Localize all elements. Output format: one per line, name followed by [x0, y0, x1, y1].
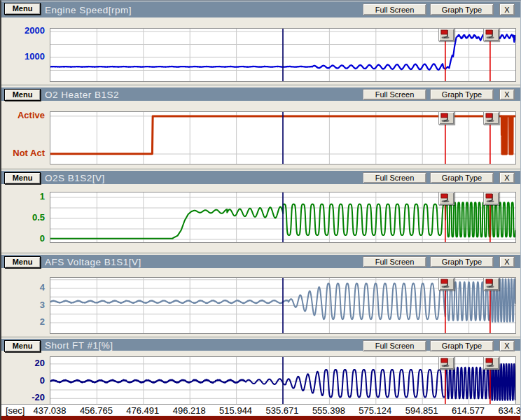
- panel-title: Engine Speed[rpm]: [45, 4, 132, 15]
- flag-marker-icon[interactable]: [483, 277, 499, 290]
- panel-title: Short FT #1[%]: [45, 340, 113, 350]
- flag-glyph: [484, 112, 497, 122]
- panel-titlebar: Menu O2 Heater B1S2 Full Screen Graph Ty…: [1, 88, 520, 101]
- y-tick-label: Not Act: [1, 148, 45, 159]
- flag-glyph: [484, 192, 497, 203]
- full-screen-button[interactable]: Full Screen: [363, 4, 426, 15]
- menu-button[interactable]: Menu: [4, 3, 41, 15]
- flag-marker-icon[interactable]: [438, 28, 454, 41]
- close-button[interactable]: X: [499, 89, 515, 100]
- close-button[interactable]: X: [499, 340, 515, 351]
- y-tick-label: -20: [1, 392, 45, 403]
- menu-button[interactable]: Menu: [4, 172, 41, 184]
- graph-panel-afs-voltage: Menu AFS Voltage B1S1[V] Full Screen Gra…: [1, 253, 520, 337]
- y-tick-label: 0.5: [1, 212, 45, 223]
- graph-panel-o2-heater: Menu O2 Heater B1S2 Full Screen Graph Ty…: [1, 85, 520, 169]
- plot-area: [50, 356, 516, 405]
- plot-area: [50, 111, 516, 164]
- flag-marker-icon[interactable]: [438, 111, 454, 125]
- close-button[interactable]: X: [499, 4, 515, 15]
- flag-marker-icon[interactable]: [483, 111, 499, 125]
- y-tick-label: 2000: [1, 25, 45, 36]
- graph-panel-engine-speed: Menu Engine Speed[rpm] Full Screen Graph…: [1, 1, 520, 85]
- flag-marker-icon[interactable]: [438, 356, 454, 370]
- y-tick-label: 2: [1, 316, 45, 328]
- graph-type-button[interactable]: Graph Type: [430, 172, 494, 183]
- y-tick-label: 4: [1, 282, 45, 293]
- panel-titlebar: Menu O2S B1S2[V] Full Screen Graph Type …: [1, 171, 520, 184]
- y-tick-label: 1: [1, 191, 45, 202]
- full-screen-button[interactable]: Full Screen: [363, 256, 426, 267]
- time-tick-label: 634.304: [485, 405, 520, 416]
- graph-type-button[interactable]: Graph Type: [430, 340, 494, 351]
- y-tick-label: 1000: [1, 51, 45, 62]
- window-bottom-bar: [1, 416, 520, 420]
- menu-button[interactable]: Menu: [4, 89, 41, 101]
- graph-panel-o2s: Menu O2S B1S2[V] Full Screen Graph Type …: [1, 169, 520, 253]
- flag-glyph: [439, 278, 452, 288]
- flag-glyph: [484, 357, 497, 368]
- flag-glyph: [439, 112, 452, 122]
- y-tick-label: 0: [1, 375, 45, 386]
- panel-title: O2 Heater B1S2: [45, 89, 119, 99]
- full-screen-button[interactable]: Full Screen: [363, 89, 426, 100]
- plot-area: [50, 28, 516, 82]
- y-tick-label: 20: [1, 358, 45, 369]
- panel-titlebar: Menu AFS Voltage B1S1[V] Full Screen Gra…: [1, 255, 520, 268]
- graph-type-button[interactable]: Graph Type: [430, 4, 494, 15]
- flag-marker-icon[interactable]: [483, 192, 499, 205]
- panel-titlebar: Menu Engine Speed[rpm] Full Screen Graph…: [1, 1, 520, 18]
- plot-area: [50, 277, 516, 334]
- close-button[interactable]: X: [499, 172, 515, 183]
- flag-marker-icon[interactable]: [483, 356, 499, 370]
- time-axis: [sec] 437.038456.765476.491496.218515.94…: [1, 404, 520, 416]
- graph-type-button[interactable]: Graph Type: [430, 256, 494, 267]
- graph-panel-short-ft: Menu Short FT #1[%] Full Screen Graph Ty…: [1, 337, 520, 404]
- flag-glyph: [484, 29, 497, 39]
- flag-glyph: [439, 192, 452, 203]
- panel-title: O2S B1S2[V]: [45, 172, 105, 183]
- y-tick-label: 0: [1, 233, 45, 244]
- plot-area: [50, 192, 516, 243]
- menu-button[interactable]: Menu: [4, 256, 41, 268]
- graph-type-button[interactable]: Graph Type: [430, 89, 494, 100]
- flag-marker-icon[interactable]: [483, 28, 499, 41]
- flag-glyph: [439, 357, 452, 368]
- full-screen-button[interactable]: Full Screen: [363, 172, 426, 183]
- menu-button[interactable]: Menu: [4, 340, 41, 352]
- full-screen-button[interactable]: Full Screen: [363, 340, 426, 351]
- close-button[interactable]: X: [499, 256, 515, 267]
- panel-titlebar: Menu Short FT #1[%] Full Screen Graph Ty…: [1, 339, 520, 351]
- y-tick-label: Active: [1, 110, 45, 121]
- panel-title: AFS Voltage B1S1[V]: [45, 256, 141, 267]
- flag-marker-icon[interactable]: [438, 192, 454, 205]
- diagnostic-graph-window: Menu Engine Speed[rpm] Full Screen Graph…: [0, 0, 521, 420]
- flag-glyph: [439, 29, 452, 39]
- flag-marker-icon[interactable]: [438, 277, 454, 290]
- flag-glyph: [484, 278, 497, 288]
- y-tick-label: 3: [1, 300, 45, 311]
